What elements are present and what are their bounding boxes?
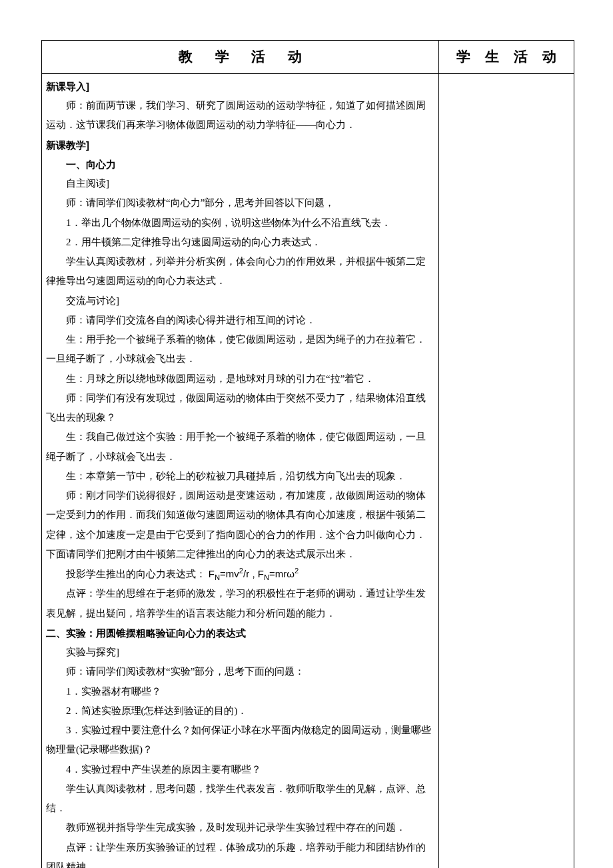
sub2: N bbox=[264, 573, 269, 581]
student-body-cell bbox=[439, 73, 574, 868]
s1-teacher-3: 师：刚才同学们说得很好，圆周运动是变速运动，有加速度，故做圆周运动的物体一定受到… bbox=[46, 486, 432, 564]
s1-teacher-1: 师：请同学们交流各自的阅读心得并进行相互间的讨论． bbox=[46, 311, 432, 330]
s1-student-2: 生：月球之所以绕地球做圆周运动，是地球对月球的引力在“拉”着它． bbox=[46, 369, 432, 389]
s1-q-intro: 师：请同学们阅读教材“向心力”部分，思考并回答以下问题， bbox=[46, 193, 432, 213]
s1-comment: 点评：学生的思维在于老师的激发，学习的积极性在于老师的调动．通过让学生发表见解，… bbox=[46, 584, 432, 623]
teaching-activity-header: 教 学 活 动 bbox=[42, 41, 438, 73]
s1-student-3: 生：我自己做过这个实验：用手抡一个被绳子系着的物体，使它做圆周运动，一旦绳子断了… bbox=[46, 427, 432, 467]
section2-title: 二、实验：用圆锥摆粗略验证向心力的表达式 bbox=[46, 623, 432, 643]
section1-title: 一、向心力 bbox=[46, 155, 432, 174]
s1-teacher-2: 师：同学们有没有发现过，做圆周运动的物体由于突然不受力了，结果物体沿直线飞出去的… bbox=[46, 389, 432, 428]
mid: /r , F bbox=[243, 568, 264, 579]
student-content bbox=[439, 74, 574, 82]
s1-student-4: 生：本章第一节中，砂轮上的砂粒被刀具碰掉后，沿切线方向飞出去的现象． bbox=[46, 467, 432, 486]
s1-student-reading: 学生认真阅读教材，列举并分析实例，体会向心力的作用效果，并根据牛顿第二定律推导出… bbox=[46, 252, 432, 291]
sup2: 2 bbox=[295, 567, 299, 575]
s2-student-read: 学生认真阅读教材，思考问题，找学生代表发言．教师听取学生的见解，点评、总结． bbox=[46, 779, 432, 819]
s1-student-1: 生：用手抡一个被绳子系着的物体，使它做圆周运动，是因为绳子的力在拉着它．一旦绳子… bbox=[46, 330, 432, 369]
s2-q-intro: 师：请同学们阅读教材“实验”部分，思考下面的问题： bbox=[46, 662, 432, 681]
discuss-label-1: 交流与讨论] bbox=[46, 291, 432, 311]
intro-heading: 新课导入] bbox=[46, 77, 432, 96]
s2-q3: 3．实验过程中要注意什么？如何保证小球在水平面内做稳定的圆周运动，测量哪些物理量… bbox=[46, 721, 432, 760]
s2-teacher-guide: 教师巡视并指导学生完成实验，及时发现并记录学生实验过程中存在的问题． bbox=[46, 818, 432, 837]
student-activity-header: 学 生 活 动 bbox=[439, 41, 574, 73]
header-row: 教 学 活 动 学 生 活 动 bbox=[42, 41, 574, 74]
s1-q1: 1．举出几个物体做圆周运动的实例，说明这些物体为什么不沿直线飞去． bbox=[46, 213, 432, 233]
page: 教 学 活 动 学 生 活 动 新课导入] 师：前面两节课，我们学习、研究了圆周… bbox=[0, 0, 613, 868]
new-lesson-heading: 新课教学] bbox=[46, 135, 432, 155]
teaching-header-cell: 教 学 活 动 bbox=[42, 41, 439, 74]
eq2: =mrω bbox=[269, 568, 295, 579]
two-column-table: 教 学 活 动 学 生 活 动 新课导入] 师：前面两节课，我们学习、研究了圆周… bbox=[41, 40, 574, 868]
s2-comment: 点评：让学生亲历实验验证的过程．体验成功的乐趣．培养动手能力和团结协作的团队精神… bbox=[46, 838, 432, 868]
teaching-body-cell: 新课导入] 师：前面两节课，我们学习、研究了圆周运动的运动学特征，知道了如何描述… bbox=[42, 73, 439, 868]
formula-line: 投影学生推出的向心力表达式： FN=mv2/r , FN=mrω2 bbox=[46, 564, 432, 584]
s2-q2: 2．简述实验原理(怎样达到验证的目的)． bbox=[46, 701, 432, 721]
sub1: N bbox=[215, 573, 220, 581]
formula-lead: 投影学生推出的向心力表达式： bbox=[66, 569, 206, 579]
f1: F bbox=[209, 568, 215, 579]
centripetal-formula: FN=mv2/r , FN=mrω2 bbox=[209, 568, 299, 579]
teaching-content: 新课导入] 师：前面两节课，我们学习、研究了圆周运动的运动学特征，知道了如何描述… bbox=[42, 74, 438, 868]
student-header-cell: 学 生 活 动 bbox=[439, 41, 574, 74]
s2-q1: 1．实验器材有哪些？ bbox=[46, 682, 432, 701]
s1-q2: 2．用牛顿第二定律推导出匀速圆周运动的向心力表达式． bbox=[46, 233, 432, 252]
eq1: =mv bbox=[220, 568, 239, 579]
s2-q4: 4．实验过程中产生误差的原因主要有哪些？ bbox=[46, 760, 432, 779]
self-reading-label: 自主阅读] bbox=[46, 174, 432, 193]
intro-paragraph: 师：前面两节课，我们学习、研究了圆周运动的运动学特征，知道了如何描述圆周运动．这… bbox=[46, 96, 432, 135]
body-row: 新课导入] 师：前面两节课，我们学习、研究了圆周运动的运动学特征，知道了如何描述… bbox=[42, 73, 574, 868]
experiment-label: 实验与探究] bbox=[46, 643, 432, 662]
